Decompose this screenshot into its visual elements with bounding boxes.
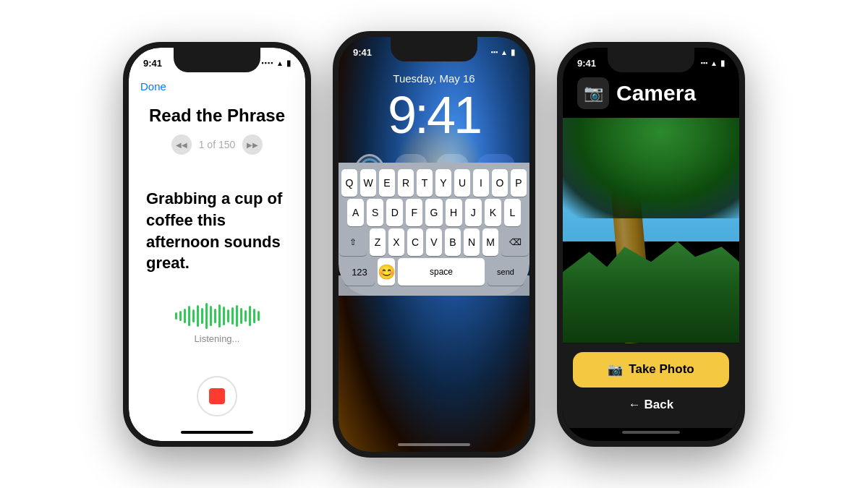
wave-bar [184,309,186,323]
wave-bar [188,306,190,326]
phone-1-status-bar: 9:41 ▪▪▪▪ ▲ ▮ [129,48,305,72]
key-p[interactable]: P [511,169,527,197]
record-icon [209,388,225,404]
done-button[interactable]: Done [129,72,305,95]
trees-bottom [563,241,739,343]
prev-button[interactable]: ◀◀ [171,134,192,155]
key-t[interactable]: T [417,169,433,197]
wave-bar [244,310,247,322]
lock-date: Tuesday, May 16 [339,61,529,86]
phone-2-screen: 9:41 ▪▪▪ ▲ ▮ Tuesday, May 16 9:41 ◎ 5:56… [339,37,529,452]
lock-home-indicator [398,443,470,446]
wave-bar [223,307,225,325]
next-button[interactable]: ▶▶ [242,134,263,155]
key-j[interactable]: J [465,199,482,226]
lock-status-bar: 9:41 ▪▪▪ ▲ ▮ [339,37,529,61]
key-k[interactable]: K [485,199,501,226]
key-l[interactable]: L [504,199,521,226]
delete-key[interactable]: ⌫ [501,228,529,256]
back-label: ← Back [629,398,673,412]
phone-2: 9:41 ▪▪▪ ▲ ▮ Tuesday, May 16 9:41 ◎ 5:56… [333,31,535,458]
camera-title: Camera [616,81,696,106]
key-z[interactable]: Z [370,228,386,256]
emoji-key[interactable]: 😊 [378,258,395,286]
key-o[interactable]: O [492,169,508,197]
counter-text: 1 of 150 [199,139,236,150]
wifi-icon: ▲ [276,59,284,67]
wave-bar [205,303,208,329]
camera-icon: 📷 [584,84,603,103]
wave-bar [249,306,251,326]
key-w[interactable]: W [360,169,376,197]
key-y[interactable]: Y [435,169,451,197]
take-photo-camera-icon: 📷 [608,362,623,377]
phrase-title: Read the Phrase [129,95,305,132]
keyboard-row-3: ⇧ Z X C V B N M ⌫ [341,228,527,256]
phone-1-screen: 9:41 ▪▪▪▪ ▲ ▮ Done Read the Phrase ◀◀ 1 … [129,48,305,441]
key-b[interactable]: B [445,228,461,256]
key-g[interactable]: G [425,199,442,226]
key-f[interactable]: F [406,199,422,226]
lock-clock: 9:41 [339,86,529,144]
camera-status-bar: 9:41 ▪▪▪ ▲ ▮ [563,48,739,72]
keyboard-row-1: Q W E R T Y U I O P [341,169,527,197]
key-v[interactable]: V [426,228,442,256]
listening-indicator: Listening... [129,333,305,356]
key-x[interactable]: X [388,228,404,256]
wave-bar [240,308,242,324]
numbers-key[interactable]: 123 [344,258,375,286]
camera-signal-icon: ▪▪▪ [701,59,708,67]
camera-battery-icon: ▮ [720,59,725,68]
wave-bar [192,309,195,322]
key-n[interactable]: N [464,228,480,256]
phrase-body-text: Grabbing a cup of coffee this afternoon … [129,166,305,274]
keyboard: Q W E R T Y U I O P A S D F G [339,163,529,296]
key-r[interactable]: R [398,169,414,197]
shift-key[interactable]: ⇧ [339,228,367,256]
battery-icon: ▮ [286,59,291,68]
wave-bar [201,308,203,324]
lock-signal-icon: ▪▪▪ [491,48,498,56]
key-q[interactable]: Q [341,169,357,197]
keyboard-row-2: A S D F G H J K L [341,199,527,226]
lock-screen-content: 9:41 ▪▪▪ ▲ ▮ Tuesday, May 16 9:41 ◎ 5:56… [339,37,529,296]
wave-bar [210,306,212,326]
space-key[interactable]: space [398,258,485,286]
take-photo-label: Take Photo [629,362,694,377]
phone-1-status-icons: ▪▪▪▪ ▲ ▮ [261,59,291,68]
wave-bar [231,307,234,325]
take-photo-button[interactable]: 📷 Take Photo [573,352,729,388]
back-button[interactable]: ← Back [573,388,729,422]
key-d[interactable]: D [386,199,403,226]
wave-bar [253,309,255,323]
lock-battery-icon: ▮ [511,48,515,57]
camera-wifi-icon: ▲ [710,59,718,67]
wave-bar [175,312,177,320]
camera-viewfinder [563,118,739,343]
audio-waveform [129,274,305,333]
wave-bar [227,309,229,322]
key-m[interactable]: M [482,228,498,256]
wave-bar [236,305,238,327]
lock-time-status: 9:41 [353,47,372,58]
key-i[interactable]: I [473,169,489,197]
camera-app-icon: 📷 [577,77,609,109]
wave-bar [179,311,182,321]
send-key[interactable]: send [488,258,524,286]
home-indicator [181,431,253,434]
key-h[interactable]: H [446,199,462,226]
camera-home-indicator [622,431,680,434]
keyboard-row-4: 123 😊 space send [341,258,527,286]
key-s[interactable]: S [367,199,383,226]
camera-actions: 📷 Take Photo ← Back [563,343,739,428]
key-c[interactable]: C [407,228,423,256]
key-a[interactable]: A [347,199,364,226]
key-u[interactable]: U [454,169,470,197]
phone-1-time: 9:41 [143,58,162,69]
phrase-counter: ◀◀ 1 of 150 ▶▶ [129,132,305,166]
key-e[interactable]: E [379,169,395,197]
phone-1: 9:41 ▪▪▪▪ ▲ ▮ Done Read the Phrase ◀◀ 1 … [123,42,311,447]
record-button[interactable] [197,376,237,416]
lock-wifi-icon: ▲ [501,48,508,56]
phone-3: 9:41 ▪▪▪ ▲ ▮ 📷 Camera [557,42,745,447]
